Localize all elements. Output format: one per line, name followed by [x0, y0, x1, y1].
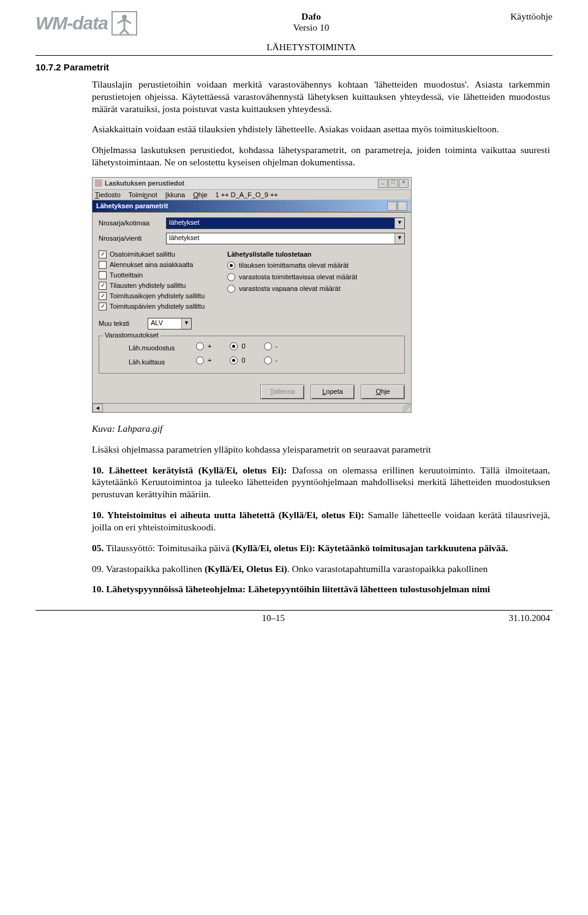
header-divider [36, 55, 552, 56]
paragraph: 10. Lähetteet kerätyistä (Kyllä/Ei, olet… [92, 464, 550, 500]
checkbox-row[interactable]: ✓Toimituspäivien yhdistely sallittu [99, 303, 227, 311]
menu-item[interactable]: Ikkuna [165, 191, 185, 198]
paragraph: Asiakkaittain voidaan estää tilauksien y… [92, 123, 550, 135]
field-label: Nrosarja/kotimaa [99, 219, 166, 227]
checkbox-row[interactable]: ✓Toimitusaikojen yhdistely sallittu [99, 292, 227, 300]
radio-plus[interactable]: + [196, 356, 211, 364]
radio-icon [227, 273, 235, 281]
checkbox-row[interactable]: ✓Osatoimitukset sallittu [99, 250, 227, 258]
field-label: Läh.kuittaus [104, 358, 196, 366]
radio-icon [264, 356, 272, 364]
app-icon [95, 179, 102, 187]
radio-icon [196, 356, 204, 364]
resize-grip-icon[interactable] [402, 404, 411, 412]
group-heading: Lähetyslistalle tulostetaan [227, 250, 405, 258]
checkbox-icon: ✓ [99, 303, 107, 311]
radio-icon [230, 356, 238, 364]
doc-version: Versio 10 [137, 22, 485, 33]
radio-plus[interactable]: + [196, 342, 211, 350]
fieldset-legend: Varastomuutokset [103, 331, 160, 339]
paragraph: 05. Tilaussyöttö: Toimitusaika päivä (Ky… [92, 542, 550, 554]
minimize-button[interactable]: _ [378, 179, 388, 188]
figure-caption: Kuva: Lahpara.gif [92, 423, 550, 435]
menu-item[interactable]: Toiminnot [129, 191, 157, 198]
checkbox-row[interactable]: ✓Tilausten yhdistely sallittu [99, 282, 227, 290]
paragraph: 10. Yhteistoimitus ei aiheuta uutta lähe… [92, 509, 550, 533]
inner-titlebar: Lähetyksen parametrit _ □ [92, 200, 411, 213]
varastomuutokset-group: Varastomuutokset Läh.muodostus + 0 - Läh… [99, 336, 405, 374]
section-heading: 10.7.2 Parametrit [36, 62, 552, 72]
checkbox-icon [99, 261, 107, 269]
doc-section-header: LÄHETYSTOIMINTA [137, 42, 485, 53]
menu-item[interactable]: 1 ++ D_A_F_O_9 ++ [216, 191, 278, 198]
radio-row[interactable]: tilauksen toimittamatta olevat määrät [227, 262, 405, 269]
quit-button[interactable]: Lopeta [311, 385, 355, 399]
field-label: Nrosarja/vienti [99, 235, 166, 242]
logo-icon [111, 11, 137, 36]
footer-divider [36, 610, 552, 611]
scroll-track[interactable] [103, 404, 402, 412]
radio-icon [196, 342, 204, 350]
radio-icon [227, 262, 235, 269]
paragraph: Lisäksi ohjelmassa parametrien ylläpito … [92, 443, 550, 456]
inner-window-title: Lähetyksen parametrit [96, 202, 387, 209]
radio-icon [227, 285, 235, 293]
logo: WM-data [36, 11, 137, 36]
scroll-left-icon[interactable]: ◄ [92, 404, 103, 412]
paragraph: 09. Varastopaikka pakollinen (Kyllä/Ei, … [92, 563, 550, 575]
doc-type: Käyttöohje [485, 11, 552, 22]
paragraph: 10. Lähetyspyynnöissä läheteohjelma: Läh… [92, 583, 550, 595]
help-button[interactable]: Ohje [361, 385, 405, 399]
menubar: TTiedostoiedosto Toiminnot Ikkuna Ohje 1… [92, 190, 411, 200]
paragraph: Ohjelmassa laskutuksen perustiedot, kohd… [92, 144, 550, 168]
radio-minus[interactable]: - [264, 356, 278, 364]
checkbox-icon: ✓ [99, 250, 107, 258]
outer-titlebar: Laskutuksen perustiedot _ □ × [92, 178, 411, 190]
chevron-down-icon[interactable]: ▼ [394, 233, 404, 244]
footer-date: 31.10.2004 [509, 613, 551, 623]
nrosarja-kotimaa-combo[interactable]: lähetykset ▼ [166, 217, 405, 229]
radio-icon [230, 342, 238, 350]
muu-teksti-combo[interactable]: ALV ▼ [148, 318, 192, 329]
radio-zero[interactable]: 0 [230, 342, 245, 350]
inner-maximize-button[interactable]: □ [398, 201, 407, 211]
field-label: Läh.muodostus [104, 344, 196, 352]
nrosarja-vienti-combo[interactable]: lähetykset ▼ [166, 233, 405, 244]
field-label: Muu teksti [99, 320, 148, 327]
checkbox-icon: ✓ [99, 282, 107, 290]
screenshot-window: Laskutuksen perustiedot _ □ × TTiedostoi… [92, 177, 412, 413]
doc-title: Dafo [137, 11, 485, 22]
outer-window-title: Laskutuksen perustiedot [105, 179, 378, 187]
radio-zero[interactable]: 0 [230, 356, 245, 364]
menu-item[interactable]: TTiedostoiedosto [95, 191, 121, 198]
logo-text: WM-data [36, 13, 108, 34]
checkbox-row[interactable]: Tuotteittain [99, 271, 227, 279]
inner-minimize-button[interactable]: _ [387, 201, 397, 211]
radio-row[interactable]: varastosta toimitettavissa olevat määrät [227, 273, 405, 281]
menu-item[interactable]: Ohje [193, 191, 207, 198]
checkbox-icon [99, 271, 107, 279]
radio-icon [264, 342, 272, 350]
checkbox-icon: ✓ [99, 292, 107, 300]
checkbox-row[interactable]: Alennukset aina asiakkaalta [99, 261, 227, 269]
save-button[interactable]: Tallenna [260, 385, 304, 399]
radio-minus[interactable]: - [264, 342, 278, 350]
maximize-button[interactable]: □ [388, 179, 398, 188]
horizontal-scrollbar[interactable]: ◄ [92, 403, 411, 412]
chevron-down-icon[interactable]: ▼ [181, 318, 191, 329]
paragraph: Tilauslajin perustietoihin voidaan merki… [92, 78, 550, 115]
chevron-down-icon[interactable]: ▼ [394, 218, 404, 228]
radio-row[interactable]: varastosta vapaana olevat määrät [227, 285, 405, 293]
page-number: 10–15 [262, 613, 285, 623]
close-button[interactable]: × [399, 179, 409, 188]
